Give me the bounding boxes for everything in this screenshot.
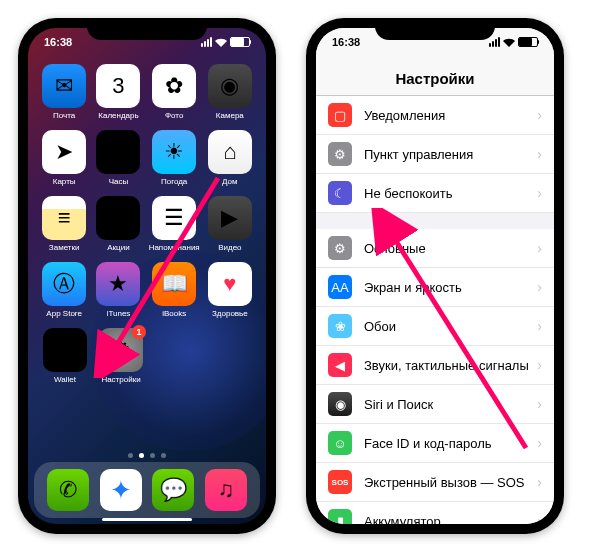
wallet-app[interactable]: ▭Wallet	[40, 328, 90, 384]
maps-app-icon: ➤	[42, 130, 86, 174]
notes-app-icon: ≡	[42, 196, 86, 240]
notes-app[interactable]: ≡Заметки	[40, 196, 88, 252]
wallpaper-row[interactable]: ❀Обои›	[316, 307, 554, 346]
chevron-right-icon: ›	[537, 474, 542, 490]
general-row-icon: ⚙	[328, 236, 352, 260]
chevron-right-icon: ›	[537, 279, 542, 295]
mail-app[interactable]: ✉︎Почта	[40, 64, 88, 120]
ibooks-app[interactable]: 📖iBooks	[149, 262, 200, 318]
music-app-icon: ♫	[205, 469, 247, 511]
app-label: Календарь	[98, 111, 138, 120]
maps-app[interactable]: ➤Карты	[40, 130, 88, 186]
chevron-right-icon: ›	[537, 435, 542, 451]
stocks-app-icon: ≈	[96, 196, 140, 240]
wifi-icon	[503, 38, 515, 47]
appstore-app[interactable]: ⒶApp Store	[40, 262, 88, 318]
sounds-row-icon: ◀	[328, 353, 352, 377]
videos-app-icon: ▶	[208, 196, 252, 240]
reminders-app[interactable]: ☰Напоминания	[149, 196, 200, 252]
control-center-row-icon: ⚙	[328, 142, 352, 166]
setting-label: Аккумулятор	[364, 514, 537, 525]
page-dots[interactable]	[28, 453, 266, 458]
dock: ✆✦💬♫	[34, 462, 260, 518]
sounds-row[interactable]: ◀Звуки, тактильные сигналы›	[316, 346, 554, 385]
app-label: Погода	[161, 177, 187, 186]
dnd-row-icon: ☾	[328, 181, 352, 205]
app-label: Часы	[109, 177, 129, 186]
app-label: Дом	[222, 177, 237, 186]
setting-label: Пункт управления	[364, 147, 537, 162]
chevron-right-icon: ›	[537, 107, 542, 123]
signal-icon	[489, 37, 500, 47]
siri-row[interactable]: ◉Siri и Поиск›	[316, 385, 554, 424]
setting-label: Основные	[364, 241, 537, 256]
settings-app-icon: ⚙1	[99, 328, 143, 372]
settings-screen: 16:38 Настройки ▢Уведомления›⚙Пункт упра…	[316, 28, 554, 524]
wifi-icon	[215, 38, 227, 47]
phone-mock-right: 16:38 Настройки ▢Уведомления›⚙Пункт упра…	[306, 18, 564, 534]
battery-row[interactable]: ▮Аккумулятор›	[316, 502, 554, 524]
display-row[interactable]: AAЭкран и яркость›	[316, 268, 554, 307]
messages-app-icon: 💬	[152, 469, 194, 511]
safari-app[interactable]: ✦	[100, 469, 142, 511]
app-label: Настройки	[101, 375, 140, 384]
home-app[interactable]: ⌂Дом	[206, 130, 254, 186]
app-label: Акции	[107, 243, 129, 252]
general-row[interactable]: ⚙Основные›	[316, 229, 554, 268]
app-label: Здоровье	[212, 309, 248, 318]
music-app[interactable]: ♫	[205, 469, 247, 511]
messages-app[interactable]: 💬	[152, 469, 194, 511]
setting-label: Siri и Поиск	[364, 397, 537, 412]
battery-icon	[518, 37, 538, 47]
chevron-right-icon: ›	[537, 318, 542, 334]
sos-row[interactable]: SOSЭкстренный вызов — SOS›	[316, 463, 554, 502]
photos-app[interactable]: ✿Фото	[149, 64, 200, 120]
ibooks-app-icon: 📖	[152, 262, 196, 306]
phone-app[interactable]: ✆	[47, 469, 89, 511]
chevron-right-icon: ›	[537, 146, 542, 162]
page-title: Настройки	[395, 70, 474, 87]
home-indicator[interactable]	[102, 518, 192, 521]
reminders-app-icon: ☰	[152, 196, 196, 240]
faceid-row[interactable]: ☺Face ID и код-пароль›	[316, 424, 554, 463]
calendar-app[interactable]: 3Календарь	[94, 64, 142, 120]
clock-app[interactable]: ◷Часы	[94, 130, 142, 186]
setting-label: Экстренный вызов — SOS	[364, 475, 537, 490]
app-label: Видео	[218, 243, 241, 252]
display-row-icon: AA	[328, 275, 352, 299]
settings-list[interactable]: ▢Уведомления›⚙Пункт управления›☾Не беспо…	[316, 96, 554, 524]
app-label: iTunes	[107, 309, 131, 318]
chevron-right-icon: ›	[537, 185, 542, 201]
signal-icon	[201, 37, 212, 47]
dnd-row[interactable]: ☾Не беспокоить›	[316, 174, 554, 213]
chevron-right-icon: ›	[537, 357, 542, 373]
settings-app[interactable]: ⚙1Настройки	[96, 328, 146, 384]
stocks-app[interactable]: ≈Акции	[94, 196, 142, 252]
siri-row-icon: ◉	[328, 392, 352, 416]
control-center-row[interactable]: ⚙Пункт управления›	[316, 135, 554, 174]
videos-app[interactable]: ▶Видео	[206, 196, 254, 252]
wallpaper-row-icon: ❀	[328, 314, 352, 338]
itunes-app-icon: ★	[96, 262, 140, 306]
appstore-app-icon: Ⓐ	[42, 262, 86, 306]
app-label: Фото	[165, 111, 183, 120]
health-app-icon: ♥	[208, 262, 252, 306]
phone-app-icon: ✆	[47, 469, 89, 511]
camera-app-icon: ◉	[208, 64, 252, 108]
app-label: Напоминания	[149, 243, 200, 252]
battery-icon	[230, 37, 250, 47]
camera-app[interactable]: ◉Камера	[206, 64, 254, 120]
app-label: Карты	[53, 177, 76, 186]
app-label: Wallet	[54, 375, 76, 384]
calendar-app-icon: 3	[96, 64, 140, 108]
setting-label: Уведомления	[364, 108, 537, 123]
notifications-row[interactable]: ▢Уведомления›	[316, 96, 554, 135]
health-app[interactable]: ♥Здоровье	[206, 262, 254, 318]
app-label: Заметки	[49, 243, 80, 252]
weather-app[interactable]: ☀Погода	[149, 130, 200, 186]
faceid-row-icon: ☺	[328, 431, 352, 455]
itunes-app[interactable]: ★iTunes	[94, 262, 142, 318]
app-label: App Store	[46, 309, 82, 318]
app-label: Камера	[216, 111, 244, 120]
chevron-right-icon: ›	[537, 396, 542, 412]
